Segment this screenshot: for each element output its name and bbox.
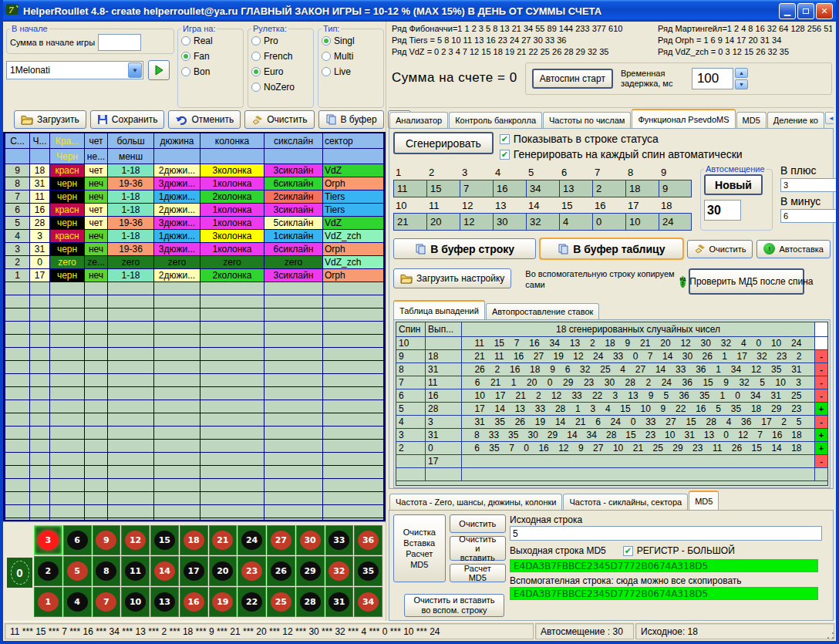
- save-button[interactable]: Сохранить: [90, 110, 165, 129]
- roulette-number-20[interactable]: 20: [209, 556, 238, 586]
- roulette-number-31[interactable]: 31: [325, 587, 354, 617]
- radio-option-fan[interactable]: Fan: [181, 49, 240, 62]
- minus-input[interactable]: [780, 209, 839, 223]
- roulette-number-30[interactable]: 30: [296, 525, 325, 555]
- load-button[interactable]: Загрузить: [14, 110, 86, 129]
- spinner-up-icon[interactable]: ▲: [735, 68, 748, 78]
- tab-анализатор[interactable]: Анализатор: [389, 112, 448, 128]
- roulette-number-3[interactable]: 3: [34, 525, 62, 555]
- roulette-number-29[interactable]: 29: [296, 556, 325, 586]
- radio-option-nozero[interactable]: NoZero: [251, 80, 310, 93]
- roulette-number-11[interactable]: 11: [121, 556, 150, 586]
- roulette-number-36[interactable]: 36: [354, 525, 382, 555]
- buffer-row-button[interactable]: В буфер строку: [393, 238, 536, 259]
- roulette-number-25[interactable]: 25: [267, 587, 295, 617]
- roulette-number-32[interactable]: 32: [325, 556, 354, 586]
- chevron-down-icon[interactable]: ▼: [128, 62, 142, 78]
- md5-clear-aux-button[interactable]: Очистить и вставить во вспом. строку: [404, 594, 504, 617]
- plus-input[interactable]: [780, 178, 839, 192]
- tab-scroll-left-icon[interactable]: ◄: [825, 112, 834, 124]
- tab-таблица-выпадений[interactable]: Таблица выпадений: [393, 300, 485, 319]
- roulette-number-14[interactable]: 14: [150, 556, 179, 586]
- tab-md5[interactable]: MD5: [736, 112, 767, 128]
- roulette-number-2[interactable]: 2: [34, 556, 62, 586]
- md5-source-input[interactable]: [510, 526, 822, 541]
- buffer-table-button[interactable]: В буфер таблицу: [540, 238, 682, 259]
- radio-option-pro[interactable]: Pro: [251, 34, 310, 47]
- radio-option-euro[interactable]: Euro: [251, 65, 310, 78]
- md5-register-checkbox[interactable]: ✔ РЕГИСТР - БОЛЬШОЙ: [623, 544, 735, 558]
- roulette-number-13[interactable]: 13: [150, 587, 179, 617]
- autobet-button[interactable]: ! Автоставка: [756, 240, 831, 258]
- table-cell: 3колонка: [200, 230, 265, 243]
- tab-автопроставление-ставок[interactable]: Автопроставление ставок: [486, 303, 599, 319]
- tab-контроль-банкролла[interactable]: Контроль банкролла: [449, 112, 542, 128]
- maximize-button[interactable]: [797, 3, 814, 19]
- checkbox-show-status[interactable]: ✔ Показывать в строке статуса: [500, 132, 743, 146]
- roulette-number-17[interactable]: 17: [180, 556, 208, 586]
- roulette-number-18[interactable]: 18: [180, 525, 208, 555]
- radio-option-singl[interactable]: Singl: [322, 34, 380, 47]
- roulette-number-34[interactable]: 34: [354, 587, 382, 617]
- md5-clear-insert-button[interactable]: Очистить и вставить: [450, 536, 506, 561]
- roulette-number-12[interactable]: 12: [121, 525, 150, 555]
- roulette-number-10[interactable]: 10: [121, 587, 150, 617]
- close-button[interactable]: ✕: [816, 3, 833, 19]
- radio-option-real[interactable]: Real: [181, 34, 240, 47]
- delay-value[interactable]: 100: [692, 68, 733, 89]
- roulette-number-35[interactable]: 35: [354, 556, 382, 586]
- checkbox-auto-generate[interactable]: ✔ Генерировать на каждый спин автоматиче…: [500, 147, 743, 161]
- roulette-number-8[interactable]: 8: [93, 556, 121, 586]
- roulette-number-9[interactable]: 9: [93, 525, 121, 555]
- load-settings-button[interactable]: Загрузить настройку: [393, 268, 511, 288]
- undo-button[interactable]: Отменить: [168, 110, 241, 129]
- radio-option-french[interactable]: French: [251, 49, 310, 62]
- generate-button[interactable]: Сгенерировать: [393, 132, 494, 154]
- tab-деление-ко[interactable]: Деление ко: [767, 112, 824, 128]
- tab-частота-сиклайны-сектора[interactable]: Частота - сиклайны, сектора: [563, 494, 688, 510]
- roulette-number-27[interactable]: 27: [267, 525, 295, 555]
- roulette-number-28[interactable]: 28: [296, 587, 325, 617]
- roulette-number-15[interactable]: 15: [150, 525, 179, 555]
- roulette-number-21[interactable]: 21: [209, 525, 238, 555]
- roulette-number-19[interactable]: 19: [209, 587, 238, 617]
- radio-option-live[interactable]: Live: [322, 65, 380, 78]
- tab-md5[interactable]: MD5: [689, 491, 719, 510]
- minimize-button[interactable]: ▁: [779, 3, 796, 19]
- grid-index-row: 101112131415161718: [393, 197, 692, 213]
- start-sum-input[interactable]: [98, 34, 141, 51]
- roulette-number-6[interactable]: 6: [63, 525, 92, 555]
- roulette-number-1[interactable]: 1: [34, 587, 62, 617]
- roulette-number-24[interactable]: 24: [238, 525, 266, 555]
- profile-combo[interactable]: 1Melonati ▼: [6, 61, 143, 79]
- roulette-number-4[interactable]: 4: [63, 587, 92, 617]
- copy-to-buffer-button[interactable]: В буфер: [318, 110, 384, 129]
- autoshift-value-input[interactable]: [704, 200, 741, 221]
- resize-grip[interactable]: [826, 631, 835, 640]
- roulette-number-16[interactable]: 16: [180, 587, 208, 617]
- table-cell: [154, 335, 200, 348]
- start-button[interactable]: [148, 60, 170, 80]
- table-cell: [200, 322, 265, 335]
- roulette-number-23[interactable]: 23: [238, 556, 266, 586]
- autospin-start-button[interactable]: Автоспин старт: [532, 69, 613, 89]
- md5-big-button[interactable]: Очистка Вставка Расчет MD5: [393, 514, 446, 582]
- check-md5-button[interactable]: МД5 Проверить МД5 после спина: [689, 268, 804, 295]
- tab-частоты-по-числам[interactable]: Частоты по числам: [543, 112, 631, 128]
- roulette-number-5[interactable]: 5: [63, 556, 92, 586]
- roulette-number-0[interactable]: 0: [7, 558, 32, 588]
- roulette-number-7[interactable]: 7: [93, 587, 121, 617]
- clear-button[interactable]: Очистить: [244, 110, 314, 129]
- tab-частота-zero-шансы-дюжины-колонки[interactable]: Частота - Zero, шансы, дюжины, колонки: [389, 494, 562, 510]
- spinner-down-icon[interactable]: ▼: [735, 79, 748, 89]
- radio-option-bon[interactable]: Bon: [181, 65, 240, 78]
- roulette-number-26[interactable]: 26: [267, 556, 295, 586]
- roulette-number-22[interactable]: 22: [238, 587, 266, 617]
- tab-функционал-psevdoms[interactable]: Функционал PsevdoMS: [632, 109, 735, 128]
- md5-calc-button[interactable]: Расчет MD5: [450, 564, 506, 582]
- clear-generated-button[interactable]: Очистить: [687, 240, 753, 258]
- radio-option-multi[interactable]: Multi: [322, 49, 380, 62]
- autoshift-new-button[interactable]: Новый: [704, 174, 763, 195]
- roulette-number-33[interactable]: 33: [325, 525, 354, 555]
- md5-clear-button[interactable]: Очистить: [450, 514, 506, 533]
